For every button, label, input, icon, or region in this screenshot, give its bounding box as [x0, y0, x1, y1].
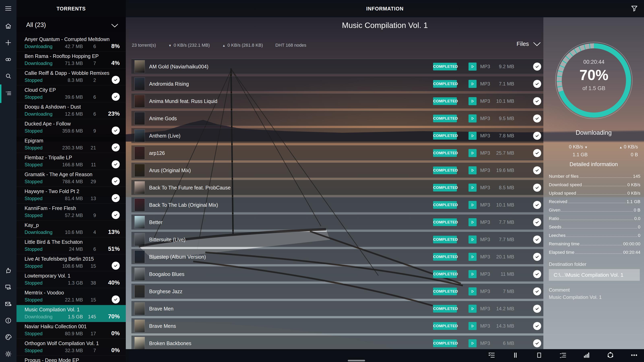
play-button[interactable] — [468, 339, 476, 347]
more-button[interactable] — [630, 352, 638, 360]
file-row[interactable]: Anime Gods COMPLETED MP3 9.5 MB — [132, 111, 544, 126]
file-selected-check-icon[interactable] — [533, 322, 541, 330]
torrent-list-item[interactable]: Flembaz - Tripalle LPStopped 166.8 MB 11 — [16, 153, 126, 170]
torrent-filter-dropdown[interactable]: All (23) — [16, 20, 126, 33]
file-selected-check-icon[interactable] — [533, 114, 541, 122]
torrent-list-item[interactable]: Naviar Haiku Collection 001Stopped 80.9 … — [16, 322, 126, 339]
file-selected-check-icon[interactable] — [533, 62, 541, 71]
play-button[interactable] — [468, 62, 476, 71]
select-list-button[interactable] — [488, 352, 496, 360]
play-button[interactable] — [468, 287, 476, 296]
torrent-list-item[interactable]: Callie Reiff & Dapp - Wobble RemixesStop… — [16, 69, 126, 85]
torrent-list-item[interactable]: Lowtemporary Vol. 1Stopped 1.3 GB 3840% — [16, 271, 126, 288]
file-row[interactable]: Boogaloo Blues COMPLETED MP3 11 MB — [132, 266, 544, 282]
file-selected-check-icon[interactable] — [533, 236, 541, 244]
play-button[interactable] — [468, 305, 476, 313]
share-button[interactable] — [606, 352, 614, 360]
file-row[interactable]: Anima Mundi feat. Russ Liquid COMPLETED … — [132, 93, 544, 109]
torrent-list-item[interactable]: Anyer Quantum - Corrupted MeltdownDownlo… — [16, 35, 126, 52]
file-row[interactable]: Broken Backbones COMPLETED MP3 6 MB — [132, 336, 544, 351]
file-row[interactable]: Borghese Jazz COMPLETED MP3 7 MB — [132, 284, 544, 299]
file-selected-check-icon[interactable] — [533, 166, 541, 174]
torrent-list-item[interactable]: Ducked Ape - FollowStopped 359.6 MB 9 — [16, 119, 126, 136]
file-row[interactable]: Brave Men COMPLETED MP3 14.2 MB — [132, 301, 544, 316]
file-selected-check-icon[interactable] — [533, 305, 541, 313]
file-row[interactable]: Anthem (Live) COMPLETED MP3 7.8 MB — [132, 128, 544, 143]
rail-theme-button[interactable] — [0, 332, 16, 343]
filter-icon[interactable] — [630, 4, 639, 13]
torrents-panel: All (23) Anyer Quantum - Corrupted Meltd… — [16, 0, 126, 362]
stop-button[interactable] — [535, 352, 543, 360]
stat-download-total: ▼0 KB/s (232.1 MB) — [168, 43, 210, 48]
file-row[interactable]: Brave Mens COMPLETED MP3 14.3 MB — [132, 318, 544, 334]
rail-feedback-button[interactable] — [0, 299, 16, 310]
file-row[interactable]: arp126 COMPLETED MP3 25.7 MB — [132, 145, 544, 160]
play-button[interactable] — [468, 80, 476, 88]
file-selected-check-icon[interactable] — [533, 149, 541, 157]
file-row[interactable]: AM Gold (Naviarhaiku004) COMPLETED MP3 9… — [132, 59, 544, 74]
play-button[interactable] — [468, 236, 476, 244]
file-selected-check-icon[interactable] — [533, 218, 541, 226]
file-selected-check-icon[interactable] — [533, 287, 541, 296]
torrent-list-item[interactable]: Haywyre - Two Fold Pt 2Stopped 81.4 MB 1… — [16, 187, 126, 204]
play-button[interactable] — [468, 253, 476, 261]
rail-review-button[interactable] — [0, 282, 16, 293]
file-row[interactable]: Bluestep (Album Version) COMPLETED MP3 2… — [132, 249, 544, 264]
rail-settings-button[interactable] — [0, 349, 16, 360]
play-button[interactable] — [468, 114, 476, 122]
play-button[interactable] — [468, 132, 476, 140]
play-button[interactable] — [468, 322, 476, 330]
torrent-list-item[interactable]: EpigramStopped 230.3 MB 21 — [16, 136, 126, 153]
torrent-list-item[interactable]: KanniFam - Free FleshStopped 57.2 MB 9 — [16, 204, 126, 221]
file-row[interactable]: Back To The Future feat. ProbCause COMPL… — [132, 180, 544, 195]
stat-dht-nodes: DHT 168 nodes — [275, 43, 306, 48]
rail-home-button[interactable] — [0, 21, 16, 32]
play-button[interactable] — [468, 201, 476, 209]
queue-button[interactable] — [559, 352, 567, 360]
play-button[interactable] — [468, 218, 476, 226]
play-button[interactable] — [468, 97, 476, 105]
destination-folder-field[interactable]: C:\...\Music Compilation Vol. 1 — [549, 269, 640, 281]
rail-about-button[interactable] — [0, 315, 16, 327]
file-selected-check-icon[interactable] — [533, 184, 541, 192]
file-row[interactable]: Better COMPLETED MP3 7.7 MB — [132, 214, 544, 230]
torrent-list-item[interactable]: Progus - Deep Mode EP — [16, 356, 126, 362]
play-button[interactable] — [468, 166, 476, 174]
file-name: Better — [149, 219, 162, 225]
file-selected-check-icon[interactable] — [533, 132, 541, 140]
file-row[interactable]: Back To The Lab (Original Mix) COMPLETED… — [132, 197, 544, 212]
rail-add-link-button[interactable] — [0, 54, 16, 65]
torrent-list-item[interactable]: Cloud City EPStopped 39.6 MB 6 — [16, 85, 126, 102]
file-selected-check-icon[interactable] — [533, 80, 541, 88]
scrollbar-thumb[interactable] — [348, 360, 365, 362]
torrent-list-item[interactable]: Orthogon Wolf Compilation Vol. 1Stopped … — [16, 339, 126, 356]
files-dropdown[interactable]: Files — [516, 41, 541, 47]
file-selected-check-icon[interactable] — [533, 201, 541, 209]
rail-torrents-button[interactable] — [0, 88, 16, 99]
file-selected-check-icon[interactable] — [533, 270, 541, 278]
torrent-list-item[interactable]: Little Bird & The EschatonStopped 24 MB … — [16, 238, 126, 254]
rail-search-button[interactable] — [0, 71, 16, 82]
file-row[interactable]: Bittersuite (Live) COMPLETED MP3 7.7 MB — [132, 232, 544, 247]
torrent-list-item[interactable]: Dooqu & Ashdown - DustDownloading 12.6 M… — [16, 102, 126, 119]
rail-rate-app-button[interactable] — [0, 266, 16, 277]
file-row[interactable]: Andromida Rising COMPLETED MP3 7.1 MB — [132, 76, 544, 91]
torrent-list-item[interactable]: Memtrix - VoodooStopped 22.1 MB 15 — [16, 288, 126, 305]
torrent-list-item[interactable]: Live At Teufelsberg Berlin 2015Stopped 1… — [16, 254, 126, 271]
torrent-list-item[interactable]: Ben Rama - Rooftop Hopping EPDownloading… — [16, 52, 126, 69]
rail-menu-icon[interactable] — [0, 3, 16, 14]
rail-add-torrent-button[interactable] — [0, 37, 16, 49]
torrent-size: 32.3 MB — [65, 348, 83, 353]
file-row[interactable]: Arus (Original Mix) COMPLETED MP3 19.6 M… — [132, 162, 544, 178]
file-selected-check-icon[interactable] — [533, 253, 541, 261]
play-button[interactable] — [468, 184, 476, 192]
play-button[interactable] — [468, 270, 476, 278]
file-selected-check-icon[interactable] — [533, 339, 541, 347]
torrent-list-item[interactable]: Gramatik - The Age of ReasonStopped 788.… — [16, 170, 126, 187]
file-selected-check-icon[interactable] — [533, 97, 541, 105]
play-button[interactable] — [468, 149, 476, 157]
torrent-list-item[interactable]: Kay_pDownloading 10.6 MB 413% — [16, 221, 126, 238]
pause-button[interactable] — [512, 352, 519, 360]
torrent-list-item[interactable]: Music Compilation Vol. 1Downloading 1.5 … — [16, 305, 126, 322]
stats-button[interactable] — [583, 352, 590, 360]
